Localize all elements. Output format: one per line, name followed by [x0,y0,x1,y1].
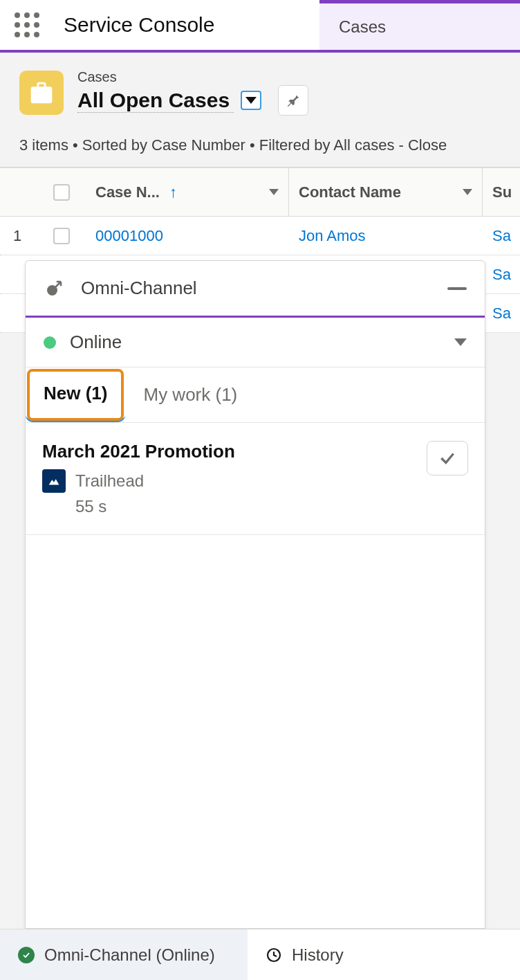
chevron-down-icon [454,338,467,346]
case-object-icon [19,71,64,115]
app-title: Service Console [39,0,235,50]
subject-link[interactable]: Sa [483,266,520,284]
tab-label: New (1) [44,383,107,404]
check-icon [438,449,456,467]
select-all-checkbox[interactable] [35,184,89,201]
tab-my-work[interactable]: My work (1) [125,368,255,422]
row-checkbox[interactable] [35,228,89,244]
column-menu-icon[interactable] [463,189,472,195]
object-label: Cases [77,69,308,85]
column-menu-icon[interactable] [269,189,279,195]
row-number: 1 [0,227,35,245]
work-item-source: Trailhead [75,471,144,491]
utility-label: Omni-Channel (Online) [44,945,215,965]
table-header-row: Case N... ↑ Contact Name Su [0,168,520,217]
case-number-link[interactable]: 00001000 [89,227,289,245]
work-item[interactable]: March 2021 Promotion Trailhead 55 s [26,423,485,535]
listview-meta: 3 items • Sorted by Case Number • Filter… [19,136,501,154]
pin-listview-button[interactable] [278,85,308,116]
work-item-age: 55 s [75,497,417,516]
top-navigation: Service Console Cases [0,0,520,53]
clock-icon [266,947,282,963]
nav-tab-cases[interactable]: Cases [319,0,520,50]
column-header-case-number[interactable]: Case N... ↑ [89,168,289,216]
column-header-subject[interactable]: Su [483,183,520,201]
omni-channel-icon [44,278,64,299]
tab-label: My work (1) [143,384,237,406]
column-header-contact-name[interactable]: Contact Name [289,168,483,216]
status-check-icon [18,947,35,963]
status-online-icon [44,336,56,349]
tab-new[interactable]: New (1) [26,368,125,422]
column-label: Contact Name [299,183,401,201]
utility-history[interactable]: History [248,929,362,980]
contact-name-link[interactable]: Jon Amos [289,227,483,245]
subject-link[interactable]: Sa [483,227,520,245]
table-row[interactable]: 1 00001000 Jon Amos Sa [0,217,520,255]
waffle-icon [15,12,39,37]
minimize-button[interactable] [447,287,467,290]
status-label: Online [70,332,454,353]
sort-ascending-icon: ↑ [169,183,177,201]
caret-down-icon [245,97,257,104]
work-item-title: March 2021 Promotion [42,441,417,462]
utility-omni-channel[interactable]: Omni-Channel (Online) [0,929,248,980]
omni-panel-header: Omni-Channel [26,261,485,318]
pin-icon [286,93,301,108]
column-label: Su [492,183,512,201]
nav-tab-label: Cases [339,17,386,37]
listview-name[interactable]: All Open Cases [77,89,234,113]
listview-switcher-button[interactable] [241,91,261,110]
app-launcher-button[interactable] [0,0,39,50]
accept-work-button[interactable] [427,441,468,475]
column-label: Case N... [95,183,160,201]
utility-bar: Omni-Channel (Online) History [0,929,520,980]
subject-link[interactable]: Sa [483,305,520,323]
omni-status-selector[interactable]: Online [26,318,485,368]
utility-label: History [292,945,344,965]
omni-tabs: New (1) My work (1) [26,368,485,423]
page-header: Cases All Open Cases 3 items • Sorted by… [0,53,520,167]
trailhead-icon [42,469,66,493]
omni-channel-panel: Omni-Channel Online New (1) My work (1) … [25,260,485,929]
omni-panel-title: Omni-Channel [81,278,447,299]
